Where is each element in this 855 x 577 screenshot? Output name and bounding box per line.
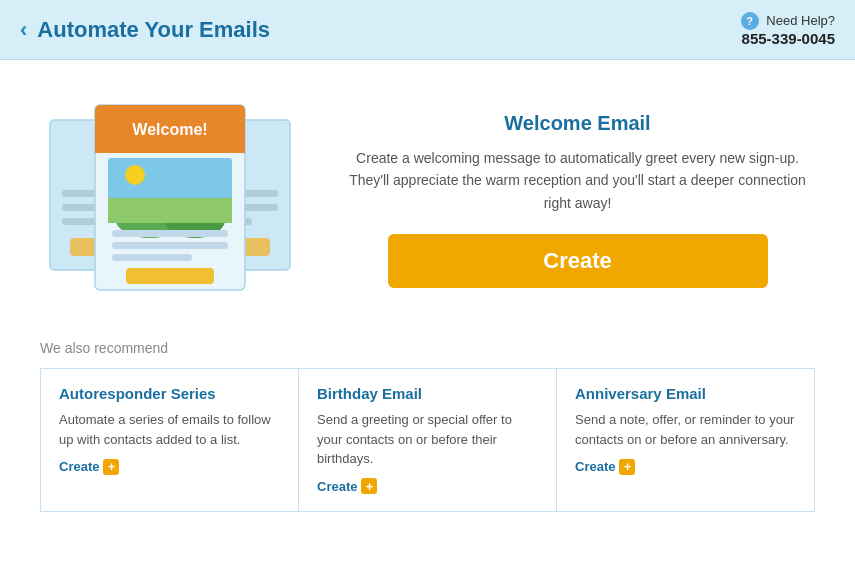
card-birthday: Birthday Email Send a greeting or specia… [299,369,557,511]
card-anniversary-create[interactable]: Create + [575,459,635,475]
welcome-email-description: Create a welcoming message to automatica… [340,147,815,214]
help-label: Need Help? [766,13,835,28]
header-left: ‹ Automate Your Emails [20,17,270,43]
help-label-line: ? Need Help? [741,12,835,30]
create-welcome-button[interactable]: Create [388,234,768,288]
create-plus-icon-1: + [103,459,119,475]
card-birthday-create-label: Create [317,479,357,494]
card-birthday-create[interactable]: Create + [317,478,377,494]
card-autoresponder-create[interactable]: Create + [59,459,119,475]
phone-number: 855-339-0045 [741,30,835,47]
svg-rect-22 [112,254,192,261]
page-title: Automate Your Emails [37,17,270,43]
top-section: Welcome! Welcom [40,90,815,310]
create-plus-icon-2: + [361,478,377,494]
help-section: ? Need Help? 855-339-0045 [741,12,835,47]
welcome-email-title: Welcome Email [340,112,815,135]
svg-rect-20 [112,230,228,237]
card-birthday-title[interactable]: Birthday Email [317,385,538,402]
card-autoresponder: Autoresponder Series Automate a series o… [41,369,299,511]
svg-text:Welcome!: Welcome! [132,121,207,138]
welcome-illustration: Welcome! [40,90,300,310]
create-plus-icon-3: + [619,459,635,475]
card-anniversary-description: Send a note, offer, or reminder to your … [575,410,796,449]
card-autoresponder-description: Automate a series of emails to follow up… [59,410,280,449]
back-button[interactable]: ‹ [20,19,27,41]
svg-rect-23 [126,268,214,284]
main-content: Welcome! Welcom [0,60,855,532]
card-anniversary-title[interactable]: Anniversary Email [575,385,796,402]
svg-rect-19 [108,198,232,223]
svg-rect-21 [112,242,228,249]
recommend-label: We also recommend [40,340,815,356]
card-autoresponder-create-label: Create [59,459,99,474]
recommendation-cards: Autoresponder Series Automate a series o… [40,368,815,512]
card-anniversary-create-label: Create [575,459,615,474]
card-autoresponder-title[interactable]: Autoresponder Series [59,385,280,402]
help-icon: ? [741,12,759,30]
welcome-info: Welcome Email Create a welcoming message… [340,112,815,288]
card-anniversary: Anniversary Email Send a note, offer, or… [557,369,814,511]
svg-point-15 [125,165,145,185]
card-birthday-description: Send a greeting or special offer to your… [317,410,538,469]
header: ‹ Automate Your Emails ? Need Help? 855-… [0,0,855,60]
